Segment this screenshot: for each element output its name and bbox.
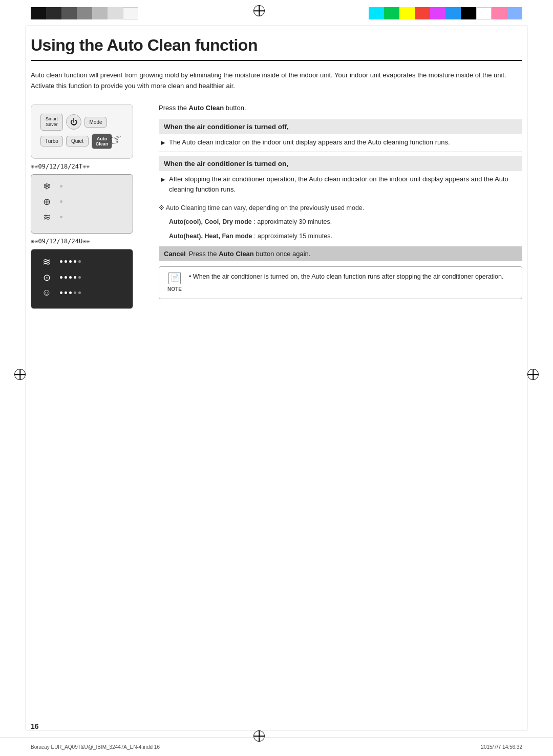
turbo-button: Turbo [40, 136, 63, 146]
note-box-text: When the air conditioner is turned on, t… [193, 273, 504, 280]
section2-header-text: When the air conditioner is turned on, [164, 160, 288, 167]
dot [69, 260, 72, 263]
cancel-suffix: button once again. [256, 250, 310, 258]
cancel-label: Cancel [164, 250, 186, 258]
note3-text: Auto(heat), Heat, Fan mode : approximate… [159, 232, 522, 241]
intro-text: Auto clean function will prevent from gr… [31, 70, 522, 92]
wave-icon: ≋ [39, 212, 54, 223]
note-document-icon: 📄 [168, 272, 181, 284]
section2-header: When the air conditioner is turned on, [159, 156, 522, 171]
dot [74, 291, 76, 294]
display-unit-t: ❄ ⊕ ≋ [31, 174, 133, 234]
footer-right: 2015/7/7 14:56:32 [481, 744, 522, 750]
display-row-u1: ≋ [39, 256, 124, 268]
power-button: ⏻ [66, 114, 81, 130]
model-u-label: ✳✳09/12/18/24U✳✳ [31, 238, 143, 245]
note-box: 📄 NOTE • When the air conditioner is tur… [159, 266, 522, 299]
section1-bullet-text: The Auto clean indicator on the indoor u… [169, 137, 450, 148]
mode-button: Mode [84, 117, 107, 128]
wave-dark-icon: ≋ [39, 256, 54, 268]
dot [65, 260, 67, 263]
dot [65, 291, 67, 294]
section-divider [159, 152, 522, 152]
press-label: Press the Auto Clean button. [159, 104, 522, 115]
note3-bold: Auto(heat), Heat, Fan mode [169, 233, 252, 240]
page-title: Using the Auto Clean function [31, 36, 522, 61]
dot [69, 291, 72, 294]
note-label: NOTE [167, 285, 182, 293]
section1-bullet: ▶ The Auto clean indicator on the indoor… [159, 137, 522, 148]
section1-header: When the air conditioner is turned off, [159, 119, 522, 134]
smart-saver-button: SmartSaver [40, 114, 63, 131]
quiet-button: Quiet [66, 136, 89, 146]
note3-suffix: : approximately 15 minutes. [254, 233, 332, 240]
cancel-row: Cancel Press the Auto Clean button once … [159, 246, 522, 261]
dot-row-u2 [60, 276, 81, 279]
note2-text: Auto(cool), Cool, Dry mode : approximate… [159, 217, 522, 227]
arrow2-icon: ▶ [161, 175, 165, 195]
dot [60, 200, 62, 203]
section2-bullet-text: After stopping the air conditioner opera… [169, 174, 522, 195]
display-unit-u: ≋ ⊙ [31, 249, 133, 309]
bullet-note: • [189, 273, 193, 280]
arrow-icon: ▶ [161, 138, 165, 148]
right-column: Press the Auto Clean button. When the ai… [159, 104, 522, 299]
dot-row-u3 [60, 291, 81, 294]
registration-mark-right [527, 369, 539, 380]
section-divider-2 [159, 199, 522, 199]
section1-header-text: When the air conditioner is turned off, [164, 123, 289, 131]
press-prefix: Press the [159, 104, 189, 112]
dot-row-u1 [60, 260, 81, 263]
cancel-prefix: Press the [189, 250, 219, 258]
dot [60, 185, 62, 187]
auto-clean-bold: Auto Clean [189, 104, 224, 112]
main-layout: SmartSaver ⏻ Mode Turbo Quiet AutoClean … [31, 104, 522, 313]
display-row-u3: ☺ [39, 287, 124, 298]
main-content: Using the Auto Clean function Auto clean… [31, 36, 522, 710]
cancel-bold: Auto Clean [219, 250, 254, 258]
display-row-2: ⊕ [39, 196, 124, 207]
dot-row-3 [60, 216, 62, 218]
dot [60, 260, 62, 263]
dot [78, 291, 81, 294]
dot [74, 260, 76, 263]
color-bars-left [31, 7, 138, 19]
dot [60, 276, 62, 279]
model-t-label: ✳✳09/12/18/24T✳✳ [31, 163, 143, 170]
section2-bullet: ▶ After stopping the air conditioner ope… [159, 174, 522, 195]
color-bars-right [369, 7, 522, 19]
dot [78, 276, 81, 279]
dot-row-1 [60, 185, 62, 187]
display-row-3: ≋ [39, 212, 124, 223]
dot [78, 260, 81, 263]
dot [74, 276, 76, 279]
cancel-text: Press the Auto Clean button once again. [189, 250, 311, 258]
clock-icon: ⊙ [39, 272, 54, 283]
registration-mark-left [14, 369, 26, 380]
dot [60, 291, 62, 294]
registration-mark-top [253, 5, 265, 16]
remote-control-image: SmartSaver ⏻ Mode Turbo Quiet AutoClean … [31, 104, 133, 159]
display-row-u2: ⊙ [39, 272, 124, 283]
page-number: 16 [31, 722, 39, 730]
note2-bold: Auto(cool), Cool, Dry mode [169, 218, 252, 225]
dot [65, 276, 67, 279]
left-column: SmartSaver ⏻ Mode Turbo Quiet AutoClean … [31, 104, 143, 313]
plus-circle-icon: ⊕ [39, 196, 54, 207]
note1-text: ※ Auto Cleaning time can vary, depending… [159, 203, 522, 213]
press-suffix: button. [226, 104, 246, 112]
note-icon: 📄 NOTE [165, 272, 184, 293]
note2-suffix: : approximately 30 minutes. [253, 218, 332, 225]
footer: Boracay EUR_AQ09T&U@_IBIM_32447A_EN-4.in… [0, 738, 553, 756]
person-icon: ☺ [39, 287, 54, 298]
dot-row-2 [60, 200, 62, 203]
note-box-content: • When the air conditioner is turned on,… [189, 272, 504, 293]
dot [69, 276, 72, 279]
snowflake-icon: ❄ [39, 181, 54, 192]
display-row-1: ❄ [39, 181, 124, 192]
remote-row-1: SmartSaver ⏻ Mode [40, 114, 123, 131]
footer-left: Boracay EUR_AQ09T&U@_IBIM_32447A_EN-4.in… [31, 744, 160, 750]
dot [60, 216, 62, 218]
